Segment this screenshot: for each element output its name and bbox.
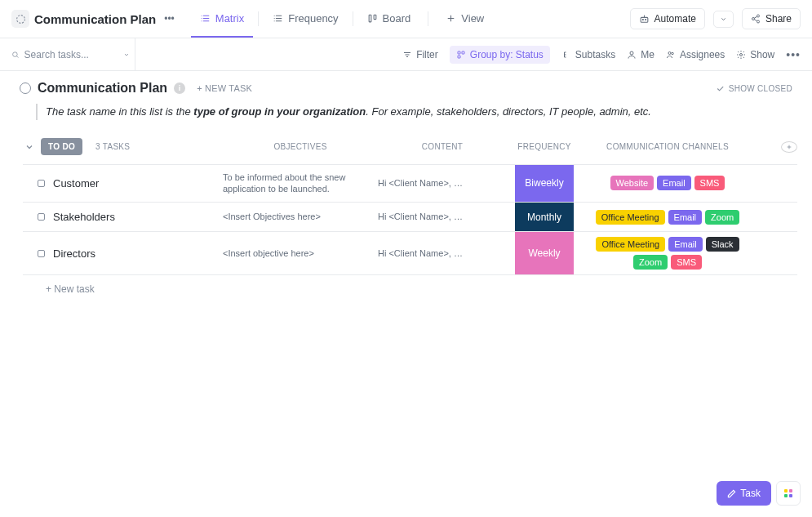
table-row[interactable]: Directors<Insert objective here>Hi <Clie… [23, 231, 797, 275]
add-column-button[interactable] [781, 141, 797, 153]
table-row[interactable]: Stakeholders<Insert Objectives here>Hi <… [23, 202, 797, 231]
ellipsis-icon[interactable]: ••• [161, 13, 178, 25]
frequency-cell[interactable]: Weekly [515, 232, 574, 274]
status-pill[interactable]: TO DO [41, 138, 82, 155]
automate-button[interactable]: Automate [630, 8, 705, 29]
tab-divider [428, 11, 428, 26]
svg-rect-33 [458, 56, 460, 58]
task-name-cell[interactable]: Directors [23, 232, 223, 274]
me-button[interactable]: Me [627, 49, 654, 60]
search-input[interactable] [24, 49, 118, 60]
channel-tag[interactable]: Zoom [705, 210, 739, 225]
svg-point-18 [642, 19, 643, 20]
add-view-button[interactable]: View [437, 0, 493, 38]
users-icon [666, 50, 676, 60]
channel-tag[interactable]: Email [668, 210, 703, 225]
content-text: Hi <Client Name>, … [378, 177, 463, 189]
table-head: TO DO 3 TASKS OBJECTIVES CONTENT FREQUEN… [23, 135, 797, 159]
task-name-cell[interactable]: Stakeholders [23, 203, 223, 231]
create-task-button[interactable]: Task [717, 481, 771, 506]
search-icon [11, 50, 20, 60]
content-cell[interactable]: Hi <Client Name>, … [378, 232, 515, 274]
channels-cell[interactable]: Office MeetingEmailZoom [574, 203, 781, 231]
objectives-cell[interactable]: To be informed about the snew applicatio… [223, 165, 378, 203]
task-name-cell[interactable]: Customer [23, 165, 223, 203]
new-task-button[interactable]: + New task [197, 83, 252, 93]
col-header-objectives[interactable]: OBJECTIVES [223, 142, 378, 151]
new-task-row[interactable]: + New task [23, 275, 797, 303]
channel-tag[interactable]: Slack [706, 237, 739, 252]
frequency-badge: Weekly [515, 232, 574, 274]
more-icon[interactable]: ••• [786, 48, 801, 61]
svg-point-0 [16, 15, 24, 23]
col-header-content[interactable]: CONTENT [378, 142, 515, 151]
svg-point-19 [645, 19, 646, 20]
tab-board[interactable]: Board [358, 0, 420, 38]
channel-tag[interactable]: Email [668, 237, 703, 252]
channel-tag[interactable]: SMS [694, 176, 725, 190]
user-icon [627, 50, 637, 60]
channels-cell[interactable]: Office MeetingEmailSlackZoomSMS [574, 232, 781, 274]
plus-icon [446, 13, 456, 24]
objectives-cell[interactable]: <Insert objective here> [223, 232, 378, 274]
frequency-cell[interactable]: Biweekly [515, 165, 574, 203]
chevron-down-icon[interactable] [24, 142, 34, 152]
svg-point-22 [752, 18, 754, 20]
channel-tag[interactable]: SMS [671, 255, 702, 270]
show-closed-button[interactable]: SHOW CLOSED [716, 84, 792, 93]
share-button[interactable]: Share [742, 8, 801, 29]
tab-frequency[interactable]: Frequency [264, 0, 347, 38]
apps-button[interactable] [776, 481, 801, 506]
loading-icon [16, 14, 26, 25]
board-icon [367, 13, 378, 24]
subtasks-button[interactable]: Subtasks [561, 49, 615, 60]
col-header-frequency[interactable]: FREQUENCY [515, 142, 574, 151]
list-title: Communication Plan [38, 81, 167, 96]
frequency-cell[interactable]: Monthly [515, 203, 574, 231]
content-cell[interactable]: Hi <Client Name>, … [378, 165, 515, 203]
toolbar-divider [135, 38, 135, 70]
channel-tag[interactable]: Zoom [633, 255, 668, 270]
view-label: View [461, 12, 484, 25]
subtask-icon [561, 50, 571, 60]
info-icon[interactable]: i [174, 82, 185, 94]
channel-tag[interactable]: Email [657, 176, 691, 190]
col-header-channels[interactable]: COMMUNICATION CHANNELS [574, 142, 781, 151]
group-by-button[interactable]: Group by: Status [450, 46, 550, 64]
channel-tag[interactable]: Office Meeting [596, 210, 665, 225]
share-icon [751, 14, 761, 24]
row-spacer [781, 232, 797, 274]
automate-dropdown[interactable] [713, 11, 734, 28]
collapse-list-icon[interactable] [20, 82, 31, 94]
show-button[interactable]: Show [736, 49, 774, 60]
svg-rect-17 [641, 17, 648, 22]
task-name: Stakeholders [53, 211, 115, 223]
table-row[interactable]: CustomerTo be informed about the snew ap… [23, 164, 797, 203]
objectives-cell[interactable]: <Insert Objectives here> [223, 203, 378, 231]
svg-rect-31 [458, 51, 460, 54]
task-status-icon[interactable] [38, 213, 45, 221]
content-cell[interactable]: Hi <Client Name>, … [378, 203, 515, 231]
objectives-text: <Insert Objectives here> [223, 211, 321, 223]
plus-icon [786, 144, 792, 150]
assignees-button[interactable]: Assignees [666, 49, 725, 60]
tab-label: Matrix [215, 12, 244, 25]
task-count: 3 TASKS [95, 142, 130, 151]
task-status-icon[interactable] [38, 250, 45, 257]
filter-icon [402, 50, 412, 60]
svg-line-24 [754, 16, 757, 18]
frequency-badge: Monthly [515, 203, 574, 231]
channel-tag[interactable]: Office Meeting [596, 237, 665, 252]
table-body: CustomerTo be informed about the snew ap… [23, 164, 797, 276]
filter-button[interactable]: Filter [402, 49, 438, 60]
chevron-down-icon[interactable] [123, 51, 130, 59]
objectives-text: <Insert objective here> [223, 247, 314, 260]
tab-matrix[interactable]: Matrix [191, 0, 253, 38]
channel-tag[interactable]: Website [610, 176, 654, 190]
task-name: Customer [53, 177, 99, 189]
task-status-icon[interactable] [38, 180, 45, 187]
row-spacer [781, 165, 797, 203]
channels-cell[interactable]: WebsiteEmailSMS [574, 165, 781, 203]
tab-label: Frequency [288, 12, 338, 25]
svg-point-26 [13, 51, 18, 56]
